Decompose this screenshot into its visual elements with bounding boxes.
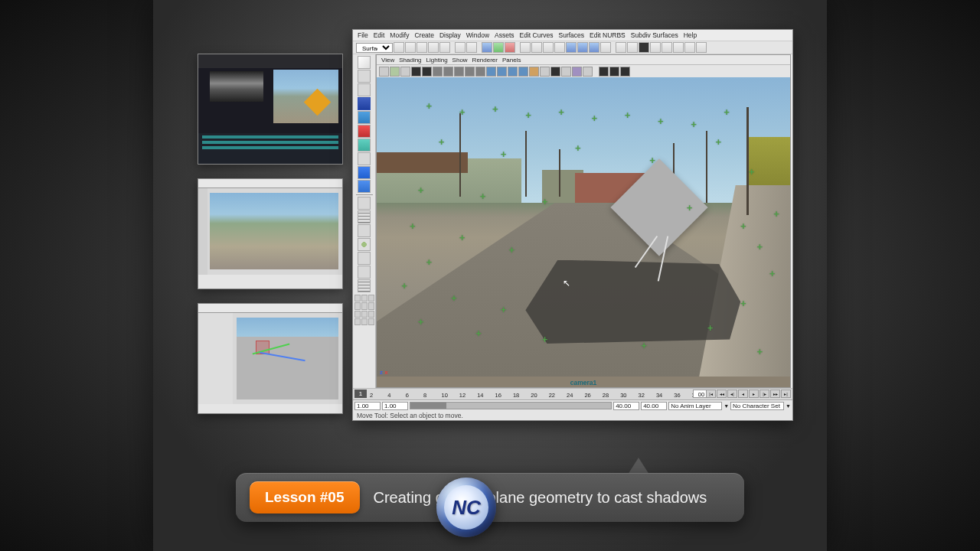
snap-grid-icon[interactable] [566,42,577,53]
construction-history-icon[interactable] [600,42,611,53]
four-view-icon[interactable] [358,210,371,223]
menu-surfaces[interactable]: Surfaces [557,31,586,39]
mask-icon[interactable] [531,42,542,53]
vp-gate-mask-icon[interactable] [443,67,453,77]
ipr-icon[interactable] [627,42,638,53]
menu-set-selector[interactable]: Surfaces [356,43,393,53]
vp-res-gate-icon[interactable] [433,67,443,77]
menu-window[interactable]: Window [465,31,491,39]
vp-icon[interactable] [583,67,593,77]
vp-menu-view[interactable]: View [381,57,394,64]
range-slider[interactable] [410,402,612,409]
vp-menu-panels[interactable]: Panels [502,57,521,64]
anim-layer-selector[interactable]: No Anim Layer [668,402,722,410]
vp-select-cam-icon[interactable] [379,67,389,77]
soft-mod-icon[interactable] [358,152,371,165]
persp-outliner-icon[interactable] [358,224,371,237]
vp-bookmark-icon[interactable] [390,67,400,77]
step-fwd-icon[interactable]: |▸ [760,390,769,398]
persp-graph-icon[interactable] [358,252,371,265]
viewport-panel[interactable]: View Shading Lighting Show Renderer Pane… [376,54,791,388]
snap-point-icon[interactable] [589,42,599,53]
current-frame-marker[interactable]: 1 [354,390,367,398]
step-fwd-key-icon[interactable]: ▸▸ [770,390,780,398]
vp-safe-title-icon[interactable] [475,67,485,77]
play-fwd-icon[interactable]: ▸ [749,390,759,398]
mask-icon[interactable] [520,42,531,53]
shelf-icon[interactable] [673,42,684,53]
menu-edit[interactable]: Edit [372,31,387,39]
step-back-icon[interactable]: ◂| [727,390,737,398]
shelf-icon[interactable] [405,42,416,53]
play-back-icon[interactable]: ◂ [738,390,748,398]
undo-icon[interactable] [455,42,466,53]
vp-smooth-shade-icon[interactable] [497,67,507,77]
mask-icon[interactable] [554,42,565,53]
menu-assets[interactable]: Assets [493,31,516,39]
redo-icon[interactable] [466,42,477,53]
vp-image-plane-icon[interactable] [400,67,410,77]
menu-subdiv[interactable]: Subdiv Surfaces [629,31,680,39]
universal-manip-icon[interactable] [358,139,371,152]
vp-isolate-icon[interactable] [550,67,560,77]
menu-help[interactable]: Help [682,31,698,39]
vp-menu-renderer[interactable]: Renderer [472,57,498,64]
vp-menu-shading[interactable]: Shading [399,57,421,64]
show-manip-icon[interactable] [358,166,371,179]
vp-xray-icon[interactable] [561,67,571,77]
quick-layout-grid[interactable] [354,295,374,325]
vp-menu-lighting[interactable]: Lighting [426,57,448,64]
shelf-icon[interactable] [696,42,707,53]
paint-select-tool-icon[interactable] [358,83,371,96]
menu-display[interactable]: Display [438,31,462,39]
snap-curve-icon[interactable] [577,42,588,53]
vp-wireframe-icon[interactable] [486,67,496,77]
viewport-scene[interactable]: ++ ++ ++ ++ ++ ++ ++ ++ ++ ++ ++ ++ ++ +… [377,77,790,377]
select-comp-icon[interactable] [505,42,515,53]
anim-end-field[interactable]: 40.00 [641,402,667,410]
vp-use-lights-icon[interactable] [518,67,528,77]
hypershade-icon[interactable] [358,238,371,251]
scale-tool-icon[interactable] [358,125,371,138]
layout-preset-icon[interactable] [358,279,371,292]
go-to-start-icon[interactable]: |◂ [706,390,716,398]
save-icon[interactable] [439,42,450,53]
step-back-key-icon[interactable]: ◂◂ [717,390,727,398]
new-scene-icon[interactable] [416,42,427,53]
vp-grid-icon[interactable] [411,67,421,77]
go-to-end-icon[interactable]: ▸| [781,390,791,398]
vp-renderer-icon[interactable] [599,67,609,77]
menu-create[interactable]: Create [413,31,436,39]
vp-shadows-icon[interactable] [529,67,539,77]
menu-file[interactable]: File [356,31,370,39]
menu-editnurbs[interactable]: Edit NURBS [588,31,627,39]
vp-renderer-icon[interactable] [620,67,630,77]
rotate-tool-icon[interactable] [358,111,371,124]
menu-editcurves[interactable]: Edit Curves [518,31,555,39]
layout-preset-icon[interactable] [358,266,371,279]
vp-hq-icon[interactable] [540,67,550,77]
playback-start-field[interactable]: 1.00 [382,402,408,410]
playback-end-field[interactable]: 40.00 [613,402,639,410]
open-icon[interactable] [428,42,439,53]
vp-renderer-icon[interactable] [609,67,619,77]
last-tool-icon[interactable] [358,180,371,193]
select-tool-icon[interactable] [358,56,371,69]
render-settings-icon[interactable] [650,42,661,53]
mask-icon[interactable] [543,42,554,53]
render-icon[interactable] [616,42,626,53]
render-view-icon[interactable] [639,42,649,53]
single-view-icon[interactable] [358,197,371,210]
menu-modify[interactable]: Modify [388,31,410,39]
vp-textured-icon[interactable] [508,67,518,77]
vp-safe-action-icon[interactable] [465,67,475,77]
vp-field-chart-icon[interactable] [454,67,464,77]
time-slider[interactable]: 1 246810121416182022242628303234363840 0… [353,389,792,400]
shelf-icon[interactable] [394,42,404,53]
shelf-icon[interactable] [662,42,672,53]
character-set-selector[interactable]: No Character Set [730,402,784,410]
select-hier-icon[interactable] [482,42,492,53]
select-obj-icon[interactable] [493,42,504,53]
move-tool-icon[interactable] [358,97,371,110]
vp-menu-show[interactable]: Show [452,57,468,64]
